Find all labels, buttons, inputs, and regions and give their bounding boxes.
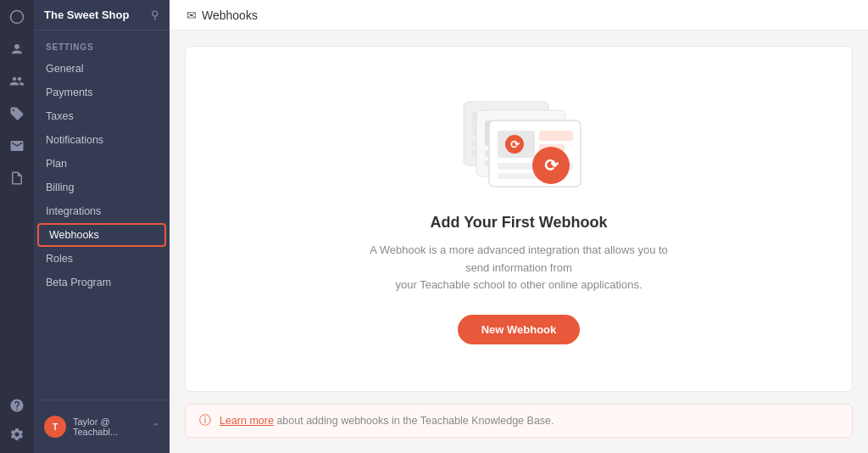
content-area: ⟳ ⟳ <box>170 31 868 453</box>
search-icon[interactable]: ⚲ <box>151 8 159 21</box>
new-webhook-button[interactable]: New Webhook <box>458 315 581 344</box>
svg-point-0 <box>11 11 24 24</box>
info-bar: ⓘ Learn more about adding webhooks in th… <box>185 404 853 438</box>
webhook-nav-icon: ✉ <box>186 8 197 22</box>
user-icon[interactable] <box>8 41 25 58</box>
webhook-card-title: Add Your First Webhook <box>430 214 607 232</box>
topbar: ✉ Webhooks <box>170 0 868 31</box>
avatar: T <box>44 416 66 438</box>
group-icon[interactable] <box>8 73 25 90</box>
gear-icon[interactable] <box>8 426 25 443</box>
icon-bar <box>0 0 34 453</box>
webhook-illustration: ⟳ ⟳ <box>451 93 587 195</box>
sidebar-item-roles[interactable]: Roles <box>34 247 170 271</box>
page-title-area: ✉ Webhooks <box>186 8 258 22</box>
document-icon[interactable] <box>8 170 25 187</box>
sidebar-footer: T Taylor @ Teachabl... ⌃ <box>34 400 170 453</box>
sidebar-title: The Sweet Shop <box>44 8 129 21</box>
sidebar-item-beta-program[interactable]: Beta Program <box>34 271 170 294</box>
chevron-up-icon: ⌃ <box>152 422 159 433</box>
tag-icon[interactable] <box>8 105 25 122</box>
sidebar-item-notifications[interactable]: Notifications <box>34 128 170 152</box>
svg-text:⟳: ⟳ <box>544 156 559 175</box>
svg-rect-19 <box>539 131 573 141</box>
sidebar-user[interactable]: T Taylor @ Teachabl... ⌃ <box>34 409 170 445</box>
page-title: Webhooks <box>202 8 258 22</box>
sidebar-item-billing[interactable]: Billing <box>34 176 170 199</box>
mail-icon[interactable] <box>8 137 25 154</box>
sidebar-item-integrations[interactable]: Integrations <box>34 199 170 223</box>
webhook-card-desc: A Webhook is a more advanced integration… <box>358 242 680 294</box>
sidebar-item-payments[interactable]: Payments <box>34 81 170 104</box>
sidebar-user-name: Taylor @ Teachabl... <box>73 417 152 437</box>
sidebar: The Sweet Shop ⚲ SETTINGS General Paymen… <box>34 0 170 453</box>
sidebar-user-left: T Taylor @ Teachabl... <box>44 416 152 438</box>
sidebar-item-taxes[interactable]: Taxes <box>34 104 170 128</box>
learn-more-link[interactable]: Learn more <box>220 415 274 427</box>
info-bar-text: Learn more about adding webhooks in the … <box>220 415 554 427</box>
sidebar-section-label: SETTINGS <box>34 31 170 57</box>
info-icon: ⓘ <box>199 413 211 428</box>
sidebar-item-general[interactable]: General <box>34 57 170 81</box>
home-icon[interactable] <box>8 8 25 25</box>
sidebar-item-plan[interactable]: Plan <box>34 152 170 176</box>
question-icon[interactable] <box>8 397 25 414</box>
svg-text:⟳: ⟳ <box>510 138 520 151</box>
main-content: ✉ Webhooks <box>170 0 868 453</box>
sidebar-header: The Sweet Shop ⚲ <box>34 0 170 31</box>
webhook-empty-card: ⟳ ⟳ <box>185 46 853 392</box>
sidebar-item-webhooks[interactable]: Webhooks <box>37 223 166 247</box>
